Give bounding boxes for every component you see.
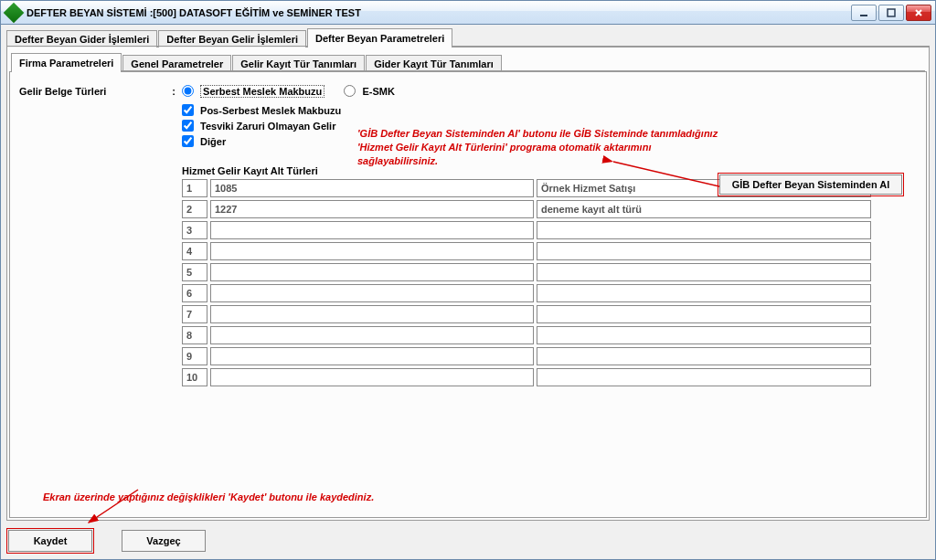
row-code-input[interactable] xyxy=(210,284,534,302)
cancel-button[interactable]: Vazgeç xyxy=(122,530,206,552)
table-row xyxy=(182,284,875,302)
row-code-input[interactable] xyxy=(210,326,534,344)
tab-firma-parametreleri[interactable]: Firma Parametreleri xyxy=(11,53,122,72)
colon: : xyxy=(165,86,182,97)
window-controls xyxy=(851,5,931,21)
top-tabstrip: Defter Beyan Gider İşlemleri Defter Beya… xyxy=(1,25,935,47)
table-row xyxy=(182,305,875,323)
gib-sisteminden-al-button[interactable]: GİB Defter Beyan Sisteminden Al xyxy=(719,174,902,195)
annotation-top: 'GİB Defter Beyan Sisteminden Al' butonu… xyxy=(357,127,723,168)
table-row xyxy=(182,347,875,365)
row-code-input[interactable] xyxy=(210,179,534,197)
row-desc-input[interactable] xyxy=(537,263,871,281)
window-title: DEFTER BEYAN SİSTEMİ :[500] DATASOFT EĞİ… xyxy=(27,7,851,18)
row-code-input[interactable] xyxy=(210,221,534,239)
row-desc-input[interactable] xyxy=(537,200,871,218)
table-row xyxy=(182,326,875,344)
check-pos[interactable] xyxy=(182,104,194,116)
maximize-button[interactable] xyxy=(878,5,904,21)
save-button[interactable]: Kaydet xyxy=(8,530,92,552)
titlebar: DEFTER BEYAN SİSTEMİ :[500] DATASOFT EĞİ… xyxy=(1,1,935,25)
radio-esmk-label[interactable]: E-SMK xyxy=(344,86,395,97)
table-row xyxy=(182,368,875,386)
row-code-input[interactable] xyxy=(210,305,534,323)
row-index-input[interactable] xyxy=(182,242,207,260)
radio-serbest[interactable] xyxy=(182,85,194,97)
check-tesvik-text: Tesviki Zaruri Olmayan Gelir xyxy=(200,121,335,132)
row-index-input[interactable] xyxy=(182,263,207,281)
row-index-input[interactable] xyxy=(182,179,207,197)
row-desc-input[interactable] xyxy=(537,368,871,386)
table-row xyxy=(182,263,875,281)
row-index-input[interactable] xyxy=(182,200,207,218)
svg-rect-0 xyxy=(860,15,867,16)
table-row xyxy=(182,221,875,239)
radio-esmk[interactable] xyxy=(344,85,356,97)
check-diger-label[interactable]: Diğer xyxy=(182,136,226,147)
check-tesvik[interactable] xyxy=(182,120,194,132)
footer-buttons: Kaydet Vazgeç xyxy=(1,526,935,559)
row-code-input[interactable] xyxy=(210,242,534,260)
row-code-input[interactable] xyxy=(210,368,534,386)
check-diger[interactable] xyxy=(182,135,194,147)
belge-tur-radio-group: Serbest Meslek Makbuzu E-SMK xyxy=(182,85,411,97)
row-desc-input[interactable] xyxy=(537,284,871,302)
row-code-input[interactable] xyxy=(210,200,534,218)
row-index-input[interactable] xyxy=(182,368,207,386)
row-index-input[interactable] xyxy=(182,284,207,302)
row-code-input[interactable] xyxy=(210,347,534,365)
row-desc-input[interactable] xyxy=(537,305,871,323)
row-index-input[interactable] xyxy=(182,326,207,344)
alt-tur-grid xyxy=(182,179,875,386)
check-pos-label[interactable]: Pos-Serbest Meslek Makbuzu xyxy=(182,105,341,116)
gelir-belge-turleri-label: Gelir Belge Türleri xyxy=(19,86,165,97)
row-desc-input[interactable] xyxy=(537,326,871,344)
app-icon xyxy=(4,2,25,23)
row-index-input[interactable] xyxy=(182,305,207,323)
minimize-button[interactable] xyxy=(851,5,877,21)
close-button[interactable] xyxy=(906,5,931,21)
radio-esmk-text: E-SMK xyxy=(362,86,394,97)
check-pos-text: Pos-Serbest Meslek Makbuzu xyxy=(200,105,341,116)
svg-rect-1 xyxy=(888,9,895,16)
tab-parametreleri[interactable]: Defter Beyan Parametreleri xyxy=(307,28,452,48)
table-row xyxy=(182,200,875,218)
radio-serbest-label[interactable]: Serbest Meslek Makbuzu xyxy=(182,86,327,97)
app-window: DEFTER BEYAN SİSTEMİ :[500] DATASOFT EĞİ… xyxy=(0,0,936,560)
row-desc-input[interactable] xyxy=(537,221,871,239)
table-row xyxy=(182,242,875,260)
radio-serbest-text: Serbest Meslek Makbuzu xyxy=(200,85,324,98)
row-desc-input[interactable] xyxy=(537,242,871,260)
row-code-input[interactable] xyxy=(210,263,534,281)
row-desc-input[interactable] xyxy=(537,347,871,365)
top-tab-page: Firma Parametreleri Genel Parametreler G… xyxy=(6,47,930,521)
check-diger-text: Diğer xyxy=(200,136,226,147)
annotation-bottom: Ekran üzerinde yaptığınız değişklikleri … xyxy=(43,491,374,504)
inner-tabstrip: Firma Parametreleri Genel Parametreler G… xyxy=(9,49,927,71)
row-index-input[interactable] xyxy=(182,221,207,239)
inner-tab-page: Gelir Belge Türleri : Serbest Meslek Mak… xyxy=(9,71,927,518)
check-tesvik-label[interactable]: Tesviki Zaruri Olmayan Gelir xyxy=(182,121,335,132)
row-index-input[interactable] xyxy=(182,347,207,365)
